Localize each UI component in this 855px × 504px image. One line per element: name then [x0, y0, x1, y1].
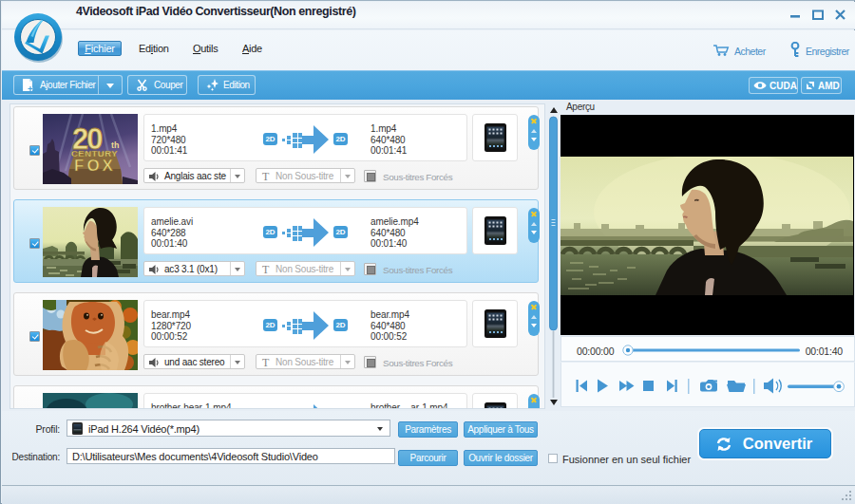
svg-text:FOX: FOX: [74, 157, 116, 175]
